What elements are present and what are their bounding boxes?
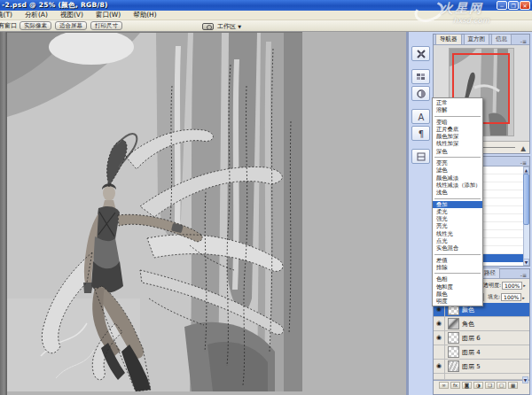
- adjustment-layer-icon[interactable]: ◑: [473, 382, 483, 389]
- layer-row-character[interactable]: ◉ 角色: [434, 317, 529, 331]
- layer-row-layer5[interactable]: ◉ 图层 5: [434, 360, 529, 374]
- blend-option-lighter-color[interactable]: 浅色: [433, 189, 482, 196]
- blend-option-hard-light[interactable]: 强光: [433, 215, 482, 222]
- menu-item-help[interactable]: 帮助(H): [127, 11, 163, 19]
- styles-panel-icon[interactable]: [411, 86, 430, 101]
- layers-panel-footer: ∞ fx ◙ ◑ ❏ ▢ ▦: [434, 380, 529, 390]
- menu-bar: 镜(T) 分析(A) 视图(V) 窗口(W) 帮助(H): [0, 11, 532, 20]
- blend-option-lighten[interactable]: 变亮: [433, 159, 482, 167]
- scroll-down-icon[interactable]: ▼: [523, 259, 529, 266]
- blend-option-pin-light[interactable]: 点光: [433, 237, 482, 244]
- blend-mode-dropdown: 正常 溶解 变暗 正片叠底 颜色加深 线性加深 深色 变亮 滤色 颜色减淡 线性…: [432, 97, 483, 306]
- tools-panel-icon[interactable]: [411, 46, 430, 61]
- actual-pixels-button[interactable]: 实际像素: [20, 21, 51, 30]
- history-panel-menu-icon[interactable]: -≡: [518, 159, 529, 166]
- blend-option-hue[interactable]: 色相: [433, 275, 482, 283]
- eye-icon[interactable]: ◉: [434, 317, 445, 331]
- fill-value[interactable]: 100%: [501, 293, 521, 301]
- layer-group-icon[interactable]: ❏: [485, 382, 495, 389]
- blend-option-normal[interactable]: 正常: [433, 99, 482, 106]
- print-size-button[interactable]: 打印尺寸: [90, 21, 122, 30]
- paragraph-panel-icon[interactable]: ¶: [411, 126, 430, 141]
- svg-text:¶: ¶: [418, 129, 423, 139]
- layer-row-clipped[interactable]: [434, 374, 529, 380]
- layer-thumbnail[interactable]: [448, 346, 459, 358]
- blend-option-screen[interactable]: 滤色: [433, 167, 482, 174]
- new-layer-icon[interactable]: ▢: [497, 382, 506, 389]
- blend-option-color-burn[interactable]: 颜色加深: [433, 133, 482, 140]
- maximize-button[interactable]: ❐: [508, 1, 519, 10]
- eye-icon[interactable]: ◉: [434, 331, 445, 345]
- tab-navigator[interactable]: 导航器: [435, 34, 462, 44]
- blend-option-exclusion[interactable]: 排除: [433, 264, 482, 271]
- title-bar[interactable]: -2.psd @ 25% (颜色, RGB/8) − ❐ ✕: [0, 0, 532, 11]
- blend-option-linear-burn[interactable]: 线性加深: [433, 140, 482, 147]
- photoshop-window: -2.psd @ 25% (颜色, RGB/8) − ❐ ✕ 镜(T) 分析(A…: [0, 0, 532, 395]
- scroll-up-icon[interactable]: ▲: [523, 167, 529, 174]
- blend-option-vivid-light[interactable]: 亮光: [433, 222, 482, 229]
- menu-item-view[interactable]: 视图(V): [54, 11, 90, 19]
- close-button[interactable]: ✕: [520, 1, 530, 10]
- panel-menu-icon[interactable]: -≡: [518, 38, 529, 44]
- tab-histogram[interactable]: 直方图: [464, 34, 490, 44]
- history-scrollbar[interactable]: ▲ ▼: [523, 167, 529, 266]
- layer-row-layer4[interactable]: 图层 4: [434, 345, 529, 360]
- chevron-down-icon: ▼: [238, 24, 241, 29]
- layer-style-icon[interactable]: fx: [450, 382, 460, 389]
- zoom-in-icon[interactable]: ▲: [520, 144, 526, 152]
- delete-layer-icon[interactable]: ▦: [508, 382, 518, 389]
- workspace-menu[interactable]: 工作区 ▼: [217, 22, 241, 31]
- bridge-icon[interactable]: [202, 23, 214, 30]
- layer-list: ◉ 颜色 ◉ 角色 ◉ 图层 6 图层 4: [434, 303, 529, 380]
- fill-label: 填充:: [488, 293, 500, 301]
- menu-item-filter-clipped[interactable]: 镜(T): [0, 11, 19, 19]
- layer-thumbnail[interactable]: [448, 318, 459, 329]
- blend-option-soft-light[interactable]: 柔光: [433, 208, 482, 215]
- menu-item-analysis[interactable]: 分析(A): [19, 11, 54, 19]
- blend-option-multiply[interactable]: 正片叠底: [433, 126, 482, 133]
- link-layers-icon[interactable]: ∞: [439, 382, 449, 389]
- eye-icon[interactable]: ◉: [434, 360, 445, 374]
- blend-option-difference[interactable]: 差值: [433, 257, 482, 264]
- fill-arrow-icon[interactable]: ▸: [522, 295, 525, 300]
- document-canvas[interactable]: [7, 32, 302, 391]
- blend-option-overlay-selected[interactable]: 叠加: [433, 201, 482, 208]
- blend-option-linear-dodge[interactable]: 线性减淡（添加）: [433, 182, 482, 189]
- fit-screen-button[interactable]: 适合屏幕: [55, 21, 87, 30]
- blend-option-hard-mix[interactable]: 实色混合: [433, 244, 482, 252]
- canvas-artwork: [7, 33, 302, 391]
- tab-info[interactable]: 信息: [491, 34, 512, 44]
- blend-option-darken[interactable]: 变暗: [433, 119, 482, 126]
- layer-comps-panel-icon[interactable]: [411, 149, 430, 164]
- collapsed-panel-strip: A ¶: [411, 46, 433, 166]
- svg-text:A: A: [418, 112, 424, 122]
- opacity-value[interactable]: 100%: [502, 282, 522, 290]
- scale-all-windows-label-clipped[interactable]: 有窗口: [0, 21, 20, 30]
- character-panel-icon[interactable]: A: [411, 109, 430, 124]
- blend-option-saturation[interactable]: 饱和度: [433, 283, 482, 290]
- layer-mask-icon[interactable]: ◙: [462, 382, 472, 389]
- blend-option-darker-color[interactable]: 深色: [433, 148, 482, 155]
- opacity-arrow-icon[interactable]: ▸: [523, 283, 526, 288]
- layer-thumbnail[interactable]: [448, 332, 459, 344]
- blend-option-color-dodge[interactable]: 颜色减淡: [433, 174, 482, 182]
- blend-option-linear-light[interactable]: 线性光: [433, 230, 482, 237]
- window-title: -2.psd @ 25% (颜色, RGB/8): [2, 1, 108, 10]
- layer-row-layer6[interactable]: ◉ 图层 6: [434, 331, 529, 345]
- minimize-button[interactable]: −: [497, 1, 507, 10]
- window-left-edge: [0, 32, 7, 395]
- scroll-down-icon[interactable]: ▼: [522, 376, 528, 383]
- layers-panel-menu-icon[interactable]: -≡: [518, 272, 529, 278]
- blend-option-dissolve[interactable]: 溶解: [433, 106, 482, 113]
- menu-item-window[interactable]: 窗口(W): [90, 11, 127, 19]
- blend-option-luminosity[interactable]: 明度: [433, 298, 482, 305]
- history-scroll-thumb[interactable]: [523, 174, 529, 225]
- eye-icon-empty[interactable]: [434, 345, 445, 360]
- layer-thumbnail[interactable]: [448, 360, 459, 372]
- tool-options-bar: 有窗口 实际像素 适合屏幕 打印尺寸 工作区 ▼: [0, 20, 532, 32]
- blend-option-color[interactable]: 颜色: [433, 290, 482, 298]
- swatches-panel-icon[interactable]: [411, 69, 430, 84]
